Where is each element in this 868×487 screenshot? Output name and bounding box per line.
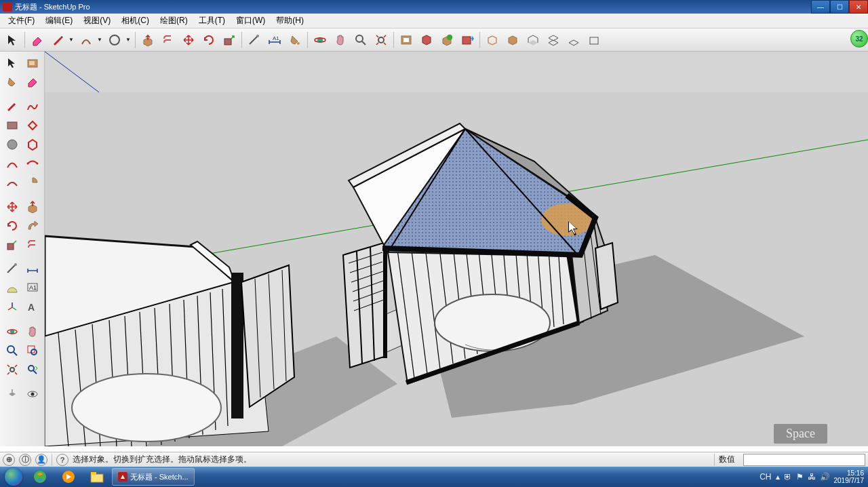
eraser-tool-icon[interactable] — [23, 73, 42, 91]
move-tool-icon[interactable] — [179, 31, 198, 50]
menu-file[interactable]: 文件(F) — [3, 14, 40, 28]
3point-arc-icon[interactable] — [3, 174, 22, 191]
component-upload-icon[interactable] — [437, 31, 456, 50]
start-button[interactable] — [1, 467, 26, 486]
measurement-input[interactable] — [743, 454, 865, 466]
tray-volume-icon[interactable]: 🔊 — [820, 472, 830, 482]
svg-rect-35 — [45, 52, 868, 92]
paint-tool-icon[interactable] — [285, 31, 304, 50]
viewport-3d[interactable]: Space — [45, 52, 868, 446]
svg-rect-20 — [7, 244, 14, 250]
position-camera-icon[interactable] — [3, 385, 22, 403]
ime-indicator[interactable]: CH — [760, 472, 771, 482]
pinned-app-2-icon[interactable] — [55, 468, 82, 486]
svg-point-4 — [297, 42, 300, 45]
solid-tool-2-icon[interactable] — [503, 31, 522, 50]
svg-point-69 — [435, 294, 550, 351]
select-tool-icon[interactable] — [3, 31, 22, 50]
extension-icon[interactable] — [417, 31, 436, 50]
section-display-icon[interactable] — [544, 31, 563, 50]
paint-bucket-icon[interactable] — [3, 73, 22, 91]
3dtext-tool-icon[interactable]: A — [23, 298, 42, 316]
menu-edit[interactable]: 编辑(E) — [40, 14, 78, 28]
zoom-extents-tool-icon[interactable] — [372, 31, 391, 50]
maximize-button[interactable]: ☐ — [830, 0, 849, 14]
rectangle-tool-icon[interactable] — [3, 117, 22, 134]
axes-tool-icon[interactable] — [3, 298, 22, 316]
signin-icon[interactable]: 👤 — [35, 454, 47, 466]
tape-measure-icon[interactable] — [3, 260, 22, 278]
tray-flag-icon[interactable]: ⚑ — [796, 472, 804, 482]
pushpull-tool-icon[interactable] — [23, 198, 42, 216]
offset-tool-icon[interactable] — [23, 236, 42, 254]
file-explorer-icon[interactable] — [83, 468, 111, 486]
previous-view-icon[interactable] — [23, 361, 42, 378]
menu-window[interactable]: 窗口(W) — [231, 14, 271, 28]
send-icon[interactable] — [458, 31, 477, 50]
menu-help[interactable]: 帮助(H) — [271, 14, 309, 28]
warehouse-icon[interactable] — [397, 31, 416, 50]
tray-shield-icon[interactable]: ⛨ — [784, 472, 792, 482]
shape-dropdown-icon[interactable]: ▼ — [125, 37, 132, 43]
scale-tool-icon[interactable] — [220, 31, 239, 50]
2point-arc-icon[interactable] — [23, 155, 42, 172]
section-cut-icon[interactable] — [564, 31, 583, 50]
pencil-tool-icon[interactable] — [48, 31, 67, 50]
make-component-icon[interactable] — [23, 54, 42, 72]
menu-tools[interactable]: 工具(T) — [193, 14, 231, 28]
tray-network-icon[interactable]: 🖧 — [808, 472, 816, 482]
eraser-tool-icon[interactable] — [28, 31, 47, 50]
circle-tool-icon[interactable] — [3, 136, 22, 153]
credits-icon[interactable]: ⓘ — [19, 454, 31, 466]
tray-clock[interactable]: 15:16 2019/7/17 — [834, 469, 865, 484]
freehand-tool-icon[interactable] — [23, 98, 42, 115]
arc-tool-icon[interactable] — [3, 155, 22, 172]
svg-rect-15 — [29, 61, 35, 65]
pencil-dropdown-icon[interactable]: ▼ — [68, 37, 75, 43]
close-button[interactable]: ✕ — [849, 0, 868, 14]
line-tool-icon[interactable] — [3, 98, 22, 115]
protractor-tool-icon[interactable] — [3, 279, 22, 297]
arc-tool-icon[interactable] — [77, 31, 96, 50]
rotated-rect-tool-icon[interactable] — [23, 117, 42, 134]
rotate-tool-icon[interactable] — [199, 31, 218, 50]
notification-badge[interactable]: 32 — [850, 30, 868, 47]
followme-tool-icon[interactable] — [23, 217, 42, 235]
offset-tool-icon[interactable] — [159, 31, 178, 50]
geolocation-icon[interactable]: ⊕ — [3, 454, 15, 466]
scale-tool-icon[interactable] — [3, 236, 22, 254]
shape-tool-icon[interactable] — [105, 31, 124, 50]
section-plane-icon[interactable] — [524, 31, 542, 50]
zoom-tool-icon[interactable] — [351, 31, 370, 50]
polygon-tool-icon[interactable] — [23, 136, 42, 153]
section-fill-icon[interactable] — [585, 31, 604, 50]
pan-tool-icon[interactable] — [23, 323, 42, 340]
zoom-window-icon[interactable] — [23, 342, 42, 359]
look-around-icon[interactable] — [23, 385, 42, 403]
pushpull-tool-icon[interactable] — [138, 31, 157, 50]
solid-tool-1-icon[interactable] — [483, 31, 502, 50]
orbit-tool-icon[interactable] — [3, 323, 22, 340]
select-tool-icon[interactable] — [3, 54, 22, 72]
main-toolbar: ▼ ▼ ▼ A1 32 — [0, 28, 868, 52]
menu-draw[interactable]: 绘图(R) — [155, 14, 193, 28]
text-tool-icon[interactable]: A1 — [23, 279, 42, 297]
pie-tool-icon[interactable] — [23, 174, 42, 191]
pan-tool-icon[interactable] — [331, 31, 350, 50]
move-tool-icon[interactable] — [3, 198, 22, 216]
help-icon[interactable]: ? — [56, 454, 68, 466]
dimension-tool-icon[interactable]: A1 — [265, 31, 284, 50]
rotate-tool-icon[interactable] — [3, 217, 22, 235]
menu-view[interactable]: 视图(V) — [78, 14, 116, 28]
pinned-app-1-icon[interactable] — [26, 468, 54, 486]
taskbar-app-sketchup[interactable]: 无标题 - Sketch... — [112, 468, 195, 486]
orbit-tool-icon[interactable] — [311, 31, 330, 50]
minimize-button[interactable]: — — [811, 0, 830, 14]
dimension-tool-icon[interactable] — [23, 260, 42, 278]
tray-up-icon[interactable]: ▴ — [776, 472, 780, 482]
tape-tool-icon[interactable] — [245, 31, 264, 50]
zoom-extents-icon[interactable] — [3, 361, 22, 378]
arc-dropdown-icon[interactable]: ▼ — [97, 37, 104, 43]
menu-camera[interactable]: 相机(C) — [116, 14, 155, 28]
zoom-tool-icon[interactable] — [3, 342, 22, 359]
